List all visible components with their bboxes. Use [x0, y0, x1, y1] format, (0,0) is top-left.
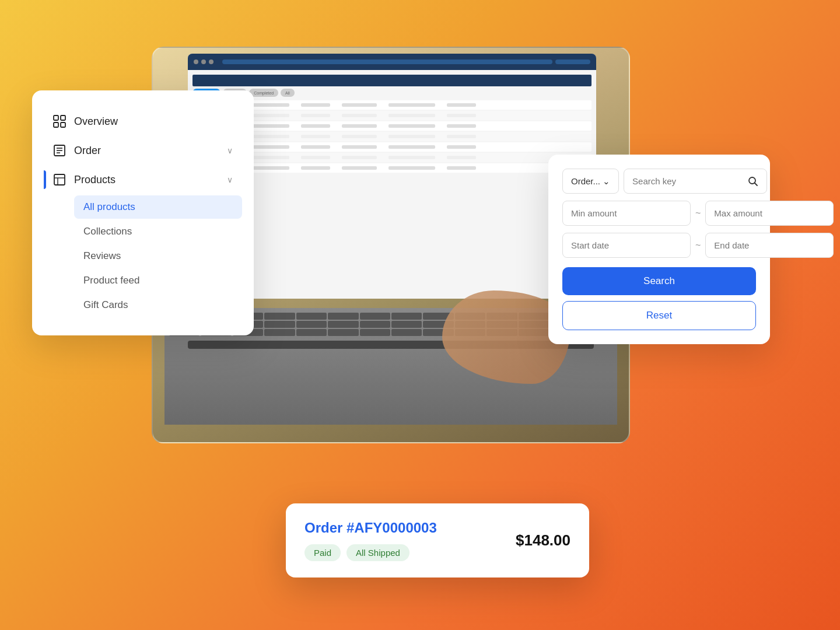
search-icon[interactable] [748, 175, 758, 187]
date-separator: ~ [695, 240, 701, 251]
start-date-input[interactable] [562, 233, 691, 258]
sidebar-item-order-label: Order [74, 145, 219, 157]
search-button[interactable]: Search [562, 267, 756, 295]
order-id: Order #AFY0000003 [304, 520, 504, 536]
search-row-1: Order... ⌄ [562, 169, 756, 194]
badge-shipped: All Shipped [346, 544, 410, 561]
order-amount: $148.00 [516, 531, 570, 550]
svg-rect-0 [54, 116, 58, 120]
max-amount-input[interactable] [705, 201, 834, 226]
date-range-row: ~ [562, 233, 756, 258]
sidebar-item-collections[interactable]: Collections [74, 220, 242, 243]
products-chevron-icon: ∨ [227, 175, 233, 184]
search-key-input[interactable] [632, 176, 743, 186]
order-chevron-icon: ∨ [227, 146, 233, 155]
sidebar-item-order[interactable]: Order ∨ [44, 137, 242, 164]
order-icon [53, 144, 66, 157]
dropdown-chevron-icon: ⌄ [603, 176, 610, 187]
svg-rect-1 [61, 116, 65, 120]
svg-line-12 [755, 183, 758, 186]
sidebar-item-products[interactable]: Products ∨ [44, 166, 242, 193]
svg-rect-8 [54, 174, 65, 185]
products-sub-menu: All products Collections Reviews Product… [74, 195, 242, 317]
sidebar-item-reviews[interactable]: Reviews [74, 244, 242, 268]
amount-separator: ~ [695, 208, 701, 219]
svg-rect-3 [61, 123, 65, 127]
svg-rect-2 [54, 123, 58, 127]
end-date-input[interactable] [705, 233, 834, 258]
sidebar-item-products-label: Products [74, 174, 219, 186]
products-icon [53, 173, 66, 186]
sidebar-item-product-feed[interactable]: Product feed [74, 269, 242, 292]
sidebar-item-all-products[interactable]: All products [74, 195, 242, 219]
overview-icon [53, 115, 66, 128]
amount-range-row: ~ [562, 201, 756, 226]
active-indicator [44, 170, 46, 189]
order-type-dropdown[interactable]: Order... ⌄ [562, 169, 619, 194]
search-key-field-container [624, 169, 767, 194]
min-amount-input[interactable] [562, 201, 691, 226]
order-card-info: Order #AFY0000003 Paid All Shipped [304, 520, 504, 561]
order-detail-card: Order #AFY0000003 Paid All Shipped $148.… [286, 503, 589, 578]
reset-button[interactable]: Reset [562, 301, 756, 330]
search-filter-card: Order... ⌄ ~ ~ Search Reset [548, 155, 770, 344]
order-badges: Paid All Shipped [304, 544, 504, 561]
badge-paid: Paid [304, 544, 341, 561]
order-dropdown-label: Order... [571, 176, 600, 186]
sidebar-card: Overview Order ∨ Products ∨ All pr [32, 90, 254, 335]
sidebar-item-overview-label: Overview [74, 116, 233, 128]
sidebar-item-overview[interactable]: Overview [44, 108, 242, 135]
sidebar-item-gift-cards[interactable]: Gift Cards [74, 293, 242, 317]
